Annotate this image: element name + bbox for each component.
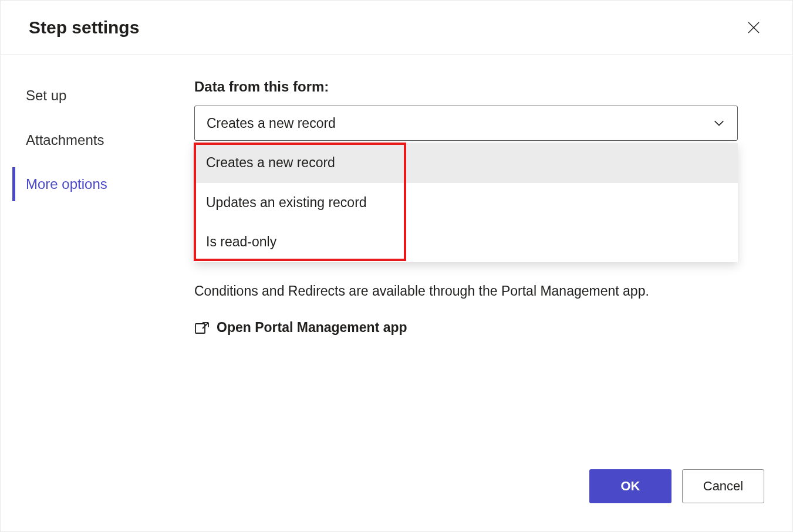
close-icon bbox=[747, 21, 761, 35]
dropdown-option-label: Is read-only bbox=[206, 234, 276, 249]
external-link-icon bbox=[194, 321, 210, 334]
dropdown-option-updates-existing[interactable]: Updates an existing record bbox=[194, 183, 738, 223]
sidebar-item-label: More options bbox=[26, 176, 107, 192]
data-from-form-select[interactable]: Creates a new record bbox=[194, 106, 738, 141]
sidebar: Set up Attachments More options bbox=[1, 79, 194, 469]
dialog-header: Step settings bbox=[1, 1, 792, 55]
dropdown-option-label: Updates an existing record bbox=[206, 195, 367, 210]
step-settings-dialog: Step settings Set up Attachments More op… bbox=[0, 0, 793, 532]
portal-link-label: Open Portal Management app bbox=[217, 320, 407, 336]
sidebar-item-label: Set up bbox=[26, 87, 66, 103]
dropdown-option-creates-new[interactable]: Creates a new record bbox=[194, 143, 738, 183]
sidebar-item-attachments[interactable]: Attachments bbox=[12, 123, 194, 157]
chevron-down-icon bbox=[713, 117, 725, 130]
button-label: OK bbox=[621, 479, 640, 494]
dropdown-option-read-only[interactable]: Is read-only bbox=[194, 222, 738, 262]
dropdown-option-label: Creates a new record bbox=[206, 155, 335, 170]
open-portal-management-link[interactable]: Open Portal Management app bbox=[194, 320, 764, 336]
description-text: Conditions and Redirects are available t… bbox=[194, 282, 738, 301]
close-button[interactable] bbox=[743, 17, 764, 38]
dialog-footer: OK Cancel bbox=[1, 469, 792, 531]
sidebar-item-more-options[interactable]: More options bbox=[12, 167, 194, 201]
select-value: Creates a new record bbox=[207, 116, 336, 131]
dialog-body: Set up Attachments More options Data fro… bbox=[1, 55, 792, 469]
svg-rect-2 bbox=[195, 324, 205, 333]
ok-button[interactable]: OK bbox=[589, 469, 671, 503]
content-panel: Data from this form: Creates a new recor… bbox=[194, 79, 792, 469]
field-label: Data from this form: bbox=[194, 79, 764, 95]
cancel-button[interactable]: Cancel bbox=[682, 469, 764, 503]
sidebar-item-setup[interactable]: Set up bbox=[12, 79, 194, 113]
button-label: Cancel bbox=[703, 479, 743, 494]
dialog-title: Step settings bbox=[29, 18, 139, 38]
sidebar-item-label: Attachments bbox=[26, 132, 104, 148]
data-from-form-dropdown: Creates a new record Updates an existing… bbox=[194, 143, 738, 262]
